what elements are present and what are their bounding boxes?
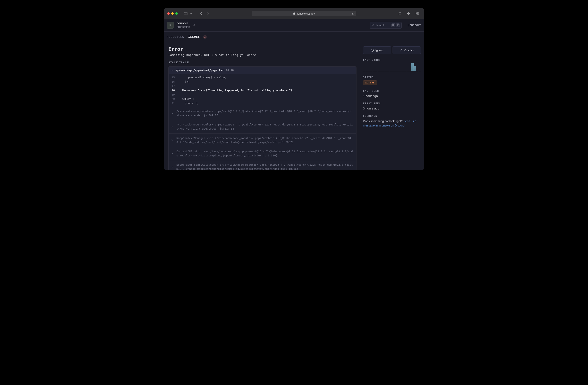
chevron-down-icon <box>171 69 173 72</box>
chevron-right-icon <box>171 138 173 142</box>
new-tab-icon[interactable] <box>406 11 411 16</box>
svg-rect-0 <box>184 12 187 15</box>
workspace-avatar: F <box>167 22 174 29</box>
tabs-overview-icon[interactable] <box>414 11 420 16</box>
last-seen-label: LAST SEEN <box>363 90 421 92</box>
chevron-down-icon[interactable] <box>189 11 193 16</box>
trace-frame[interactable]: /var/task/node_modules/.pnpm/next@13.4.7… <box>168 120 356 133</box>
trace-frame-header[interactable]: my-next-app/app/about/page.tsx 18:18 <box>168 67 356 74</box>
kbd-k: K <box>396 23 400 27</box>
jump-to-label: Jump to <box>376 23 385 27</box>
workspace-switcher[interactable]: F console production <box>167 21 195 29</box>
chart-bar <box>373 71 375 71</box>
chart-bar <box>387 71 389 71</box>
reload-icon[interactable] <box>352 12 355 15</box>
tab-issues[interactable]: ISSUES 1 <box>188 35 207 39</box>
kbd-cmd: ⌘ <box>391 23 395 27</box>
status-label: STATUS <box>363 76 421 79</box>
code-line: 16 }); <box>168 80 356 84</box>
line-number: 18 <box>168 89 178 92</box>
close-window-button[interactable] <box>167 12 170 15</box>
app-header: F console production Jump to ⌘ K LOGOUT <box>164 19 424 32</box>
first-seen-value: 3 hours ago <box>363 107 421 110</box>
traffic-lights <box>167 12 178 15</box>
jump-to-button[interactable]: Jump to ⌘ K <box>370 22 401 29</box>
chart-bar <box>368 71 370 71</box>
chart-bar <box>409 71 411 71</box>
chart-bar <box>399 71 401 71</box>
line-number: 15 <box>168 76 178 79</box>
code-line: 15 processEnv[key] = value; <box>168 75 356 80</box>
feedback-text: Does something not look right? Send us a… <box>363 119 421 128</box>
tab-issues-label: ISSUES <box>188 35 200 38</box>
resolve-label: Resolve <box>404 48 414 52</box>
chart-bar <box>402 71 404 71</box>
code-text: processEnv[key] = value; <box>178 76 227 79</box>
search-icon <box>371 24 374 26</box>
chart-bar <box>411 63 414 71</box>
ignore-button[interactable]: Ignore <box>363 46 391 54</box>
chart-bar <box>375 71 378 71</box>
lock-icon <box>293 12 295 15</box>
first-seen-label: FIRST SEEN <box>363 102 421 105</box>
chevron-right-icon <box>171 152 173 156</box>
trace-frame[interactable]: NoopTracer.startActiveSpan (/var/task/no… <box>168 160 356 170</box>
trace-frame[interactable]: NoopContextManager.with (/var/task/node_… <box>168 134 356 147</box>
code-line: 20 return { <box>168 97 356 101</box>
trace-location: 18:18 <box>226 69 234 72</box>
tab-nav: RESOURCES ISSUES 1 <box>164 32 424 42</box>
chevron-right-icon <box>171 165 173 169</box>
chart-bar <box>382 71 385 71</box>
main-content: Error Something happened, but I'm not te… <box>164 42 424 170</box>
resolve-button[interactable]: Resolve <box>393 46 421 54</box>
frame-path: NoopContextManager.with (/var/task/node_… <box>176 136 351 144</box>
error-message: Something happened, but I'm not telling … <box>168 53 357 57</box>
frame-path: /var/task/node_modules/.pnpm/next@13.4.7… <box>176 123 353 130</box>
chart-bar <box>414 66 416 71</box>
chevron-right-icon <box>171 111 173 115</box>
chart-bar <box>397 71 399 71</box>
svg-rect-6 <box>417 14 418 15</box>
trace-file: my-next-app/app/about/page.tsx <box>176 69 224 72</box>
svg-rect-4 <box>417 12 418 13</box>
trace-frame[interactable]: ContextAPI.with (/var/task/node_modules/… <box>168 147 356 160</box>
chart-bar <box>390 71 392 71</box>
back-button[interactable] <box>198 11 204 16</box>
check-icon <box>399 49 402 51</box>
code-text: throw new Error("Something happened, but… <box>178 89 294 92</box>
forward-button[interactable] <box>205 11 211 16</box>
chart-bar <box>404 71 406 71</box>
issues-count-badge: 1 <box>203 35 207 39</box>
url-bar[interactable]: console.sst.dev <box>252 11 356 16</box>
last-24-label: LAST 24HRS <box>363 59 421 62</box>
line-number: 16 <box>168 80 178 83</box>
maximize-window-button[interactable] <box>175 12 178 15</box>
code-text: return { <box>178 97 194 100</box>
share-icon[interactable] <box>397 11 403 16</box>
tab-resources[interactable]: RESOURCES <box>167 35 184 39</box>
chart-bar <box>392 71 394 71</box>
line-number: 21 <box>168 102 178 105</box>
line-number: 17 <box>168 85 178 88</box>
chart-bar <box>380 71 382 71</box>
svg-rect-5 <box>416 14 417 15</box>
line-number: 20 <box>168 97 178 100</box>
ignore-icon <box>371 49 374 52</box>
stack-trace-label: STACK TRACE <box>168 61 357 64</box>
code-block: 15 processEnv[key] = value;16 });1718 th… <box>168 74 356 107</box>
trace-frame[interactable]: /var/task/node_modules/.pnpm/next@13.4.7… <box>168 107 356 120</box>
chart-bar <box>406 71 409 71</box>
logout-link[interactable]: LOGOUT <box>408 23 421 27</box>
svg-point-7 <box>372 24 374 26</box>
minimize-window-button[interactable] <box>171 12 174 15</box>
stack-trace: my-next-app/app/about/page.tsx 18:18 15 … <box>168 67 357 170</box>
svg-rect-2 <box>294 13 295 15</box>
chart-bar <box>365 71 368 71</box>
sidebar-toggle-icon[interactable] <box>183 11 189 16</box>
url-text: console.sst.dev <box>296 12 315 15</box>
code-text: }); <box>178 80 190 83</box>
error-title: Error <box>168 46 357 52</box>
chart-bar <box>370 71 373 71</box>
svg-rect-3 <box>416 12 417 13</box>
code-line: 21 props: { <box>168 101 356 105</box>
